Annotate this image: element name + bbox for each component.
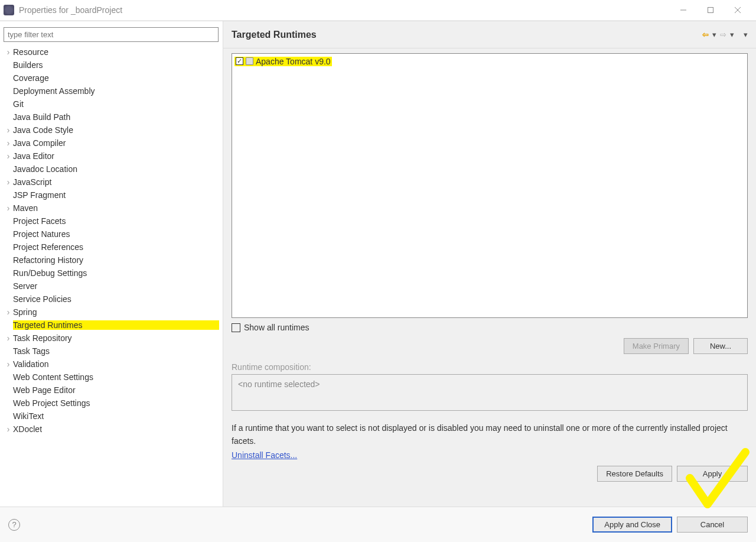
uninstall-facets-link[interactable]: Uninstall Facets... bbox=[232, 450, 748, 460]
chevron-right-icon: › bbox=[4, 47, 13, 57]
tree-item[interactable]: Task Tags bbox=[4, 345, 219, 358]
help-icon[interactable]: ? bbox=[8, 519, 20, 531]
tree-item-label: Service Policies bbox=[13, 294, 219, 304]
maximize-button[interactable] bbox=[697, 1, 724, 20]
titlebar: Properties for _boardProject bbox=[0, 0, 756, 21]
tree-item[interactable]: ›Validation bbox=[4, 358, 219, 371]
tree-item[interactable]: ›Java Editor bbox=[4, 150, 219, 163]
tree-item[interactable]: Project Natures bbox=[4, 228, 219, 241]
properties-page: Targeted Runtimes ⇦ ▾ ⇨ ▾ ▾ ✓Apache Tomc… bbox=[223, 21, 756, 507]
runtime-composition-box: <no runtime selected> bbox=[232, 374, 748, 411]
tree-item-label: Validation bbox=[13, 359, 219, 369]
chevron-right-icon: › bbox=[4, 333, 13, 343]
tree-item[interactable]: ›Spring bbox=[4, 306, 219, 319]
tree-item-label: Web Content Settings bbox=[13, 372, 219, 382]
tree-item[interactable]: Git bbox=[4, 98, 219, 111]
footer: ? Apply and Close Cancel bbox=[0, 507, 756, 542]
restore-defaults-button[interactable]: Restore Defaults bbox=[597, 466, 672, 482]
tree-item-label: Run/Debug Settings bbox=[13, 268, 219, 278]
tree-item-label: Project Facets bbox=[13, 216, 219, 226]
tree-item-label: Builders bbox=[13, 60, 219, 70]
tree-item-label: Java Build Path bbox=[13, 112, 219, 122]
tree-item[interactable]: Web Project Settings bbox=[4, 397, 219, 410]
tree-item[interactable]: Targeted Runtimes bbox=[4, 319, 219, 332]
properties-tree-panel: ›ResourceBuildersCoverageDeployment Asse… bbox=[0, 21, 223, 507]
show-all-checkbox-row[interactable]: Show all runtimes bbox=[232, 323, 748, 332]
tree-item[interactable]: Javadoc Location bbox=[4, 163, 219, 176]
tree-item[interactable]: ›Java Compiler bbox=[4, 137, 219, 150]
tree-item[interactable]: Deployment Assembly bbox=[4, 85, 219, 98]
tree-item-label: Java Code Style bbox=[13, 125, 219, 135]
tree-item[interactable]: Builders bbox=[4, 59, 219, 72]
nav-forward-icon[interactable]: ⇨ bbox=[720, 30, 726, 39]
runtime-checkbox[interactable]: ✓ bbox=[236, 57, 243, 65]
chevron-right-icon: › bbox=[4, 307, 13, 317]
show-all-label: Show all runtimes bbox=[244, 323, 309, 332]
close-button[interactable] bbox=[724, 1, 751, 20]
eclipse-icon bbox=[4, 5, 14, 15]
tree-item[interactable]: Project References bbox=[4, 241, 219, 254]
tree-item[interactable]: Run/Debug Settings bbox=[4, 267, 219, 280]
chevron-right-icon: › bbox=[4, 424, 13, 434]
tree-item-label: Javadoc Location bbox=[13, 164, 219, 174]
nav-back-icon[interactable]: ⇦ bbox=[702, 30, 709, 39]
tree-item-label: Project References bbox=[13, 242, 219, 252]
apply-and-close-button[interactable]: Apply and Close bbox=[592, 517, 672, 533]
tree-item-label: Refactoring History bbox=[13, 255, 219, 265]
chevron-right-icon: › bbox=[4, 125, 13, 135]
tree-item-label: Java Compiler bbox=[13, 138, 219, 148]
make-primary-button[interactable]: Make Primary bbox=[624, 338, 689, 354]
tree-item-label: JavaScript bbox=[13, 177, 219, 187]
properties-tree[interactable]: ›ResourceBuildersCoverageDeployment Asse… bbox=[4, 46, 219, 436]
filter-input[interactable] bbox=[4, 27, 219, 42]
minimize-button[interactable] bbox=[670, 1, 697, 20]
page-title: Targeted Runtimes bbox=[232, 30, 317, 40]
runtimes-list[interactable]: ✓Apache Tomcat v9.0 bbox=[232, 53, 748, 318]
tree-item[interactable]: Web Content Settings bbox=[4, 371, 219, 384]
tree-item[interactable]: WikiText bbox=[4, 410, 219, 423]
tree-item[interactable]: Server bbox=[4, 280, 219, 293]
apply-button[interactable]: Apply bbox=[677, 466, 748, 482]
nav-back-menu-icon[interactable]: ▾ bbox=[712, 30, 716, 39]
tree-item-label: Web Project Settings bbox=[13, 398, 219, 408]
tree-item[interactable]: Service Policies bbox=[4, 293, 219, 306]
tree-item[interactable]: Refactoring History bbox=[4, 254, 219, 267]
tree-item-label: Java Editor bbox=[13, 151, 219, 161]
nav-menu-icon[interactable]: ▾ bbox=[744, 30, 748, 39]
tree-item[interactable]: Project Facets bbox=[4, 215, 219, 228]
runtime-item[interactable]: ✓Apache Tomcat v9.0 bbox=[234, 57, 332, 66]
page-header: Targeted Runtimes ⇦ ▾ ⇨ ▾ ▾ bbox=[223, 21, 756, 48]
tree-item-label: Git bbox=[13, 99, 219, 109]
nav-forward-menu-icon[interactable]: ▾ bbox=[730, 30, 734, 39]
tree-item[interactable]: ›Maven bbox=[4, 202, 219, 215]
window-controls bbox=[670, 1, 751, 20]
chevron-right-icon: › bbox=[4, 151, 13, 161]
runtime-composition-label: Runtime composition: bbox=[232, 362, 748, 372]
tree-item-label: JSP Fragment bbox=[13, 190, 219, 200]
tree-item[interactable]: Web Page Editor bbox=[4, 384, 219, 397]
tree-item[interactable]: JSP Fragment bbox=[4, 189, 219, 202]
tree-item-label: Spring bbox=[13, 307, 219, 317]
tree-item-label: Maven bbox=[13, 203, 219, 213]
tree-item-label: Task Tags bbox=[13, 346, 219, 356]
tree-item[interactable]: ›Java Code Style bbox=[4, 124, 219, 137]
tree-item[interactable]: ›Resource bbox=[4, 46, 219, 59]
runtime-composition-value: <no runtime selected> bbox=[238, 379, 320, 389]
tree-item[interactable]: Coverage bbox=[4, 72, 219, 85]
cancel-button[interactable]: Cancel bbox=[677, 517, 748, 533]
server-icon bbox=[246, 57, 253, 65]
show-all-checkbox[interactable] bbox=[232, 323, 240, 332]
tree-item[interactable]: ›Task Repository bbox=[4, 332, 219, 345]
tree-item-label: Project Natures bbox=[13, 229, 219, 239]
new-runtime-button[interactable]: New... bbox=[693, 338, 748, 354]
chevron-right-icon: › bbox=[4, 359, 13, 369]
svg-rect-1 bbox=[708, 8, 713, 13]
tree-item-label: Web Page Editor bbox=[13, 385, 219, 395]
tree-item-label: Server bbox=[13, 281, 219, 291]
tree-item[interactable]: ›JavaScript bbox=[4, 176, 219, 189]
chevron-right-icon: › bbox=[4, 203, 13, 213]
tree-item-label: Targeted Runtimes bbox=[13, 320, 219, 330]
tree-item-label: Coverage bbox=[13, 73, 219, 83]
tree-item[interactable]: ›XDoclet bbox=[4, 423, 219, 436]
tree-item[interactable]: Java Build Path bbox=[4, 111, 219, 124]
